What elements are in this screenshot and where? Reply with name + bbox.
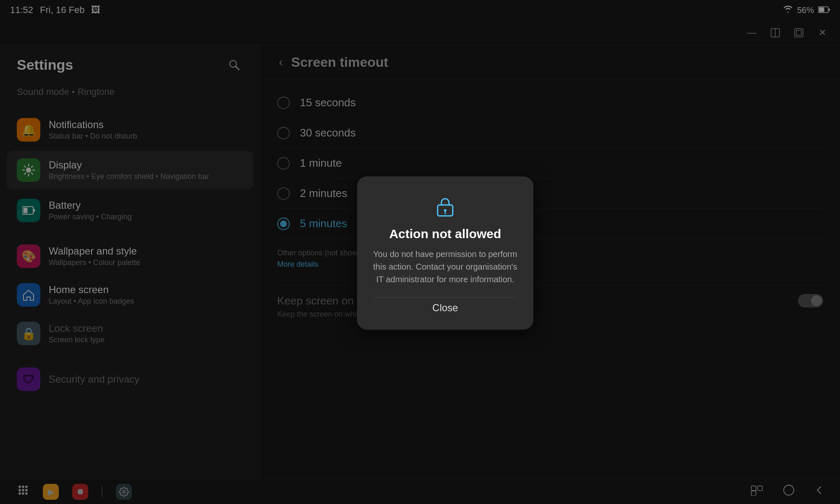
dialog-body: You do not have permission to perform th… xyxy=(372,248,518,286)
dialog-close-button[interactable]: Close xyxy=(372,297,518,318)
dialog-lock-icon xyxy=(432,193,459,220)
action-not-allowed-dialog: Action not allowed You do not have permi… xyxy=(357,176,533,330)
dialog-title: Action not allowed xyxy=(389,227,501,241)
dialog-overlay: Action not allowed You do not have permi… xyxy=(0,0,840,504)
